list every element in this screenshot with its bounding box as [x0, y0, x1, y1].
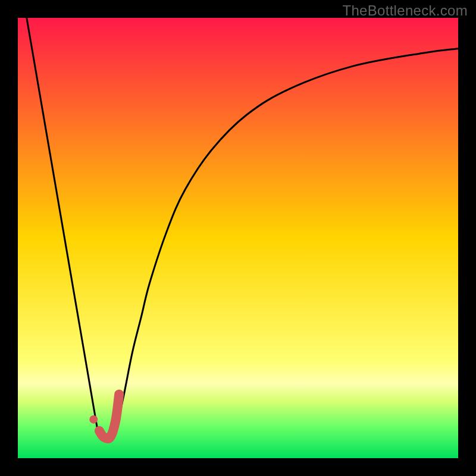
chart-frame: TheBottleneck.com [0, 0, 476, 476]
marker-dot [89, 415, 98, 424]
plot-background [18, 18, 458, 458]
bottleneck-chart [0, 0, 476, 476]
